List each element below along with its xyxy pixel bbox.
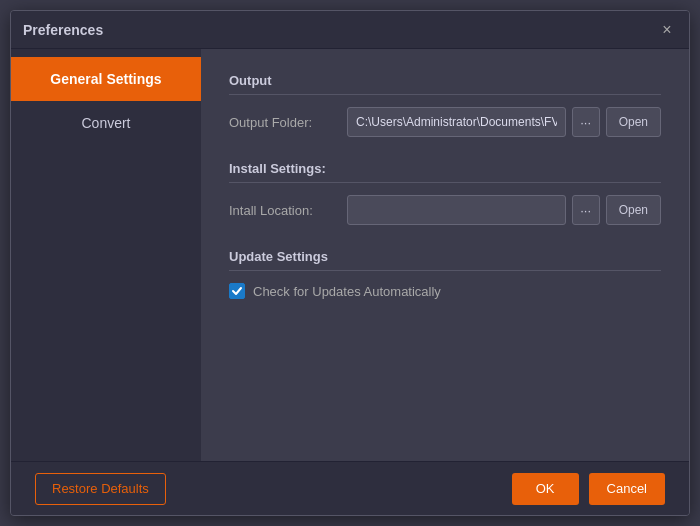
ok-button[interactable]: OK <box>512 473 579 505</box>
sidebar-item-convert[interactable]: Convert <box>11 101 201 145</box>
install-location-label: Intall Location: <box>229 203 339 218</box>
dialog-footer: Restore Defaults OK Cancel <box>11 461 689 515</box>
output-folder-input-wrapper: ··· Open <box>347 107 661 137</box>
title-bar: Preferences × <box>11 11 689 49</box>
output-section: Output Output Folder: ··· Open <box>229 73 661 137</box>
main-content: Output Output Folder: ··· Open Install S… <box>201 49 689 461</box>
output-folder-dots-button[interactable]: ··· <box>572 107 600 137</box>
update-section: Update Settings Check for Updates Automa… <box>229 249 661 299</box>
preferences-dialog: Preferences × General Settings Convert O… <box>10 10 690 516</box>
output-folder-row: Output Folder: ··· Open <box>229 107 661 137</box>
sidebar: General Settings Convert <box>11 49 201 461</box>
install-location-input-wrapper: ··· Open <box>347 195 661 225</box>
output-folder-label: Output Folder: <box>229 115 339 130</box>
close-button[interactable]: × <box>657 20 677 40</box>
update-section-header: Update Settings <box>229 249 661 271</box>
update-checkbox[interactable] <box>229 283 245 299</box>
output-section-header: Output <box>229 73 661 95</box>
update-checkbox-row: Check for Updates Automatically <box>229 283 661 299</box>
install-location-input[interactable] <box>347 195 566 225</box>
dialog-title: Preferences <box>23 22 103 38</box>
checkmark-icon <box>231 285 243 297</box>
restore-defaults-button[interactable]: Restore Defaults <box>35 473 166 505</box>
install-section: Install Settings: Intall Location: ··· O… <box>229 161 661 225</box>
dialog-body: General Settings Convert Output Output F… <box>11 49 689 461</box>
output-folder-input[interactable] <box>347 107 566 137</box>
install-section-header: Install Settings: <box>229 161 661 183</box>
output-folder-open-button[interactable]: Open <box>606 107 661 137</box>
install-location-open-button[interactable]: Open <box>606 195 661 225</box>
install-location-dots-button[interactable]: ··· <box>572 195 600 225</box>
install-location-row: Intall Location: ··· Open <box>229 195 661 225</box>
footer-right-buttons: OK Cancel <box>512 473 665 505</box>
update-checkbox-label: Check for Updates Automatically <box>253 284 441 299</box>
sidebar-item-general-settings[interactable]: General Settings <box>11 57 201 101</box>
cancel-button[interactable]: Cancel <box>589 473 665 505</box>
